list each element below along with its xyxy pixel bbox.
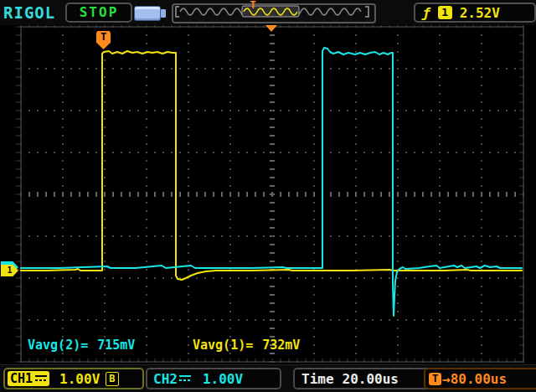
- trigger-status[interactable]: ƒ 1 2.52V: [414, 3, 536, 23]
- trigger-position-marker[interactable]: T: [247, 0, 259, 10]
- trigger-source-badge: 1: [438, 6, 452, 19]
- memory-waveform-preview: [173, 5, 371, 18]
- ch1-label: CH1: [10, 371, 33, 386]
- run-state-indicator[interactable]: STOP: [65, 3, 132, 23]
- rigol-logo: RIGOL: [3, 3, 55, 22]
- status-footer: CH1 1.00V B CH2 1.00V Time 20.00us T →80…: [0, 364, 536, 392]
- trigger-position-arrow-icon[interactable]: [265, 25, 277, 32]
- ch1-settings[interactable]: CH1 1.00V B: [3, 368, 144, 389]
- measurement-label: Vavg(2)=: [28, 338, 88, 353]
- waveform-display: T 1 Vavg(2)=715mV Vavg(1)=732mV: [0, 25, 536, 364]
- measurement-vavg-ch2: Vavg(2)=715mV: [28, 338, 135, 353]
- memory-depth-bar[interactable]: T: [172, 3, 376, 23]
- status-bar: RIGOL STOP T ƒ 1 2.52V: [0, 0, 536, 26]
- trigger-level-value: 2.52V: [460, 5, 500, 21]
- measurement-vavg-ch1: Vavg(1)=732mV: [193, 338, 300, 353]
- ch2-settings[interactable]: CH2 1.00V: [146, 368, 281, 389]
- trigger-edge-icon: ƒ: [422, 5, 430, 21]
- timebase-label: Time: [302, 371, 334, 387]
- channel-2-trace: [21, 48, 522, 316]
- trigger-delay-settings[interactable]: T →80.00us: [424, 368, 536, 389]
- measurement-label: Vavg(1)=: [193, 338, 253, 353]
- graticule-and-traces: [0, 25, 536, 364]
- timebase-settings[interactable]: Time 20.00us: [293, 368, 434, 389]
- trigger-delay-badge: T: [429, 373, 441, 385]
- dc-coupling-icon: [35, 374, 47, 383]
- measurement-value: 732mV: [262, 338, 300, 353]
- ch1-badge: CH1: [8, 371, 49, 386]
- bandwidth-limit-badge: B: [106, 372, 118, 386]
- ch2-scale: 1.00V: [203, 371, 243, 387]
- measurement-value: 715mV: [97, 338, 135, 353]
- ch2-label: CH2: [153, 371, 178, 387]
- dc-coupling-icon: [179, 374, 191, 383]
- trigger-delay-value: →80.00us: [442, 371, 507, 387]
- timebase-value: 20.00us: [343, 371, 399, 387]
- usb-drive-icon: [134, 6, 161, 21]
- ch1-scale: 1.00V: [59, 371, 100, 387]
